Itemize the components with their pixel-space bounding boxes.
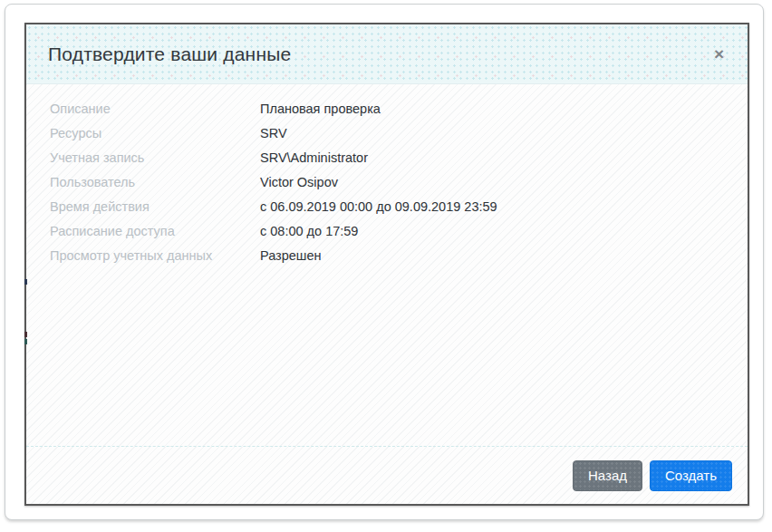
row-label: Описание xyxy=(50,102,260,116)
left-border-artifact xyxy=(24,339,27,344)
row-account: Учетная запись SRV\Administrator xyxy=(50,145,724,169)
row-value: с 06.09.2019 00:00 до 09.09.2019 23:59 xyxy=(260,199,497,214)
row-description: Описание Плановая проверка xyxy=(50,96,724,121)
confirm-data-modal: Подтвердите ваши данные × Описание Плано… xyxy=(24,23,749,506)
close-icon[interactable]: × xyxy=(710,44,728,64)
row-label: Просмотр учетных данных xyxy=(50,248,260,263)
row-value: Плановая проверка xyxy=(260,102,381,116)
row-value: с 08:00 до 17:59 xyxy=(260,224,358,238)
left-border-artifact xyxy=(24,332,27,337)
modal-footer: Назад Создать xyxy=(26,446,748,504)
row-value: SRV\Administrator xyxy=(260,150,368,165)
row-credentials-view: Просмотр учетных данных Разрешен xyxy=(50,243,724,267)
modal-header: Подтвердите ваши данные × xyxy=(26,24,748,84)
row-label: Ресурсы xyxy=(50,126,260,140)
row-label: Пользователь xyxy=(50,175,260,189)
row-label: Время действия xyxy=(50,199,260,214)
modal-title: Подтвердите ваши данные xyxy=(48,44,291,65)
row-resources: Ресурсы SRV xyxy=(50,121,724,145)
row-label: Расписание доступа xyxy=(50,224,260,238)
row-value: Victor Osipov xyxy=(260,175,338,189)
modal-body: Описание Плановая проверка Ресурсы SRV У… xyxy=(26,84,748,446)
left-border-artifact xyxy=(24,279,27,285)
row-validity-period: Время действия с 06.09.2019 00:00 до 09.… xyxy=(50,194,724,218)
create-button[interactable]: Создать xyxy=(650,460,732,491)
row-label: Учетная запись xyxy=(50,150,260,165)
back-button[interactable]: Назад xyxy=(573,460,642,491)
row-access-schedule: Расписание доступа с 08:00 до 17:59 xyxy=(50,218,724,243)
row-value: SRV xyxy=(260,126,287,140)
row-user: Пользователь Victor Osipov xyxy=(50,169,724,194)
row-value: Разрешен xyxy=(260,248,322,263)
